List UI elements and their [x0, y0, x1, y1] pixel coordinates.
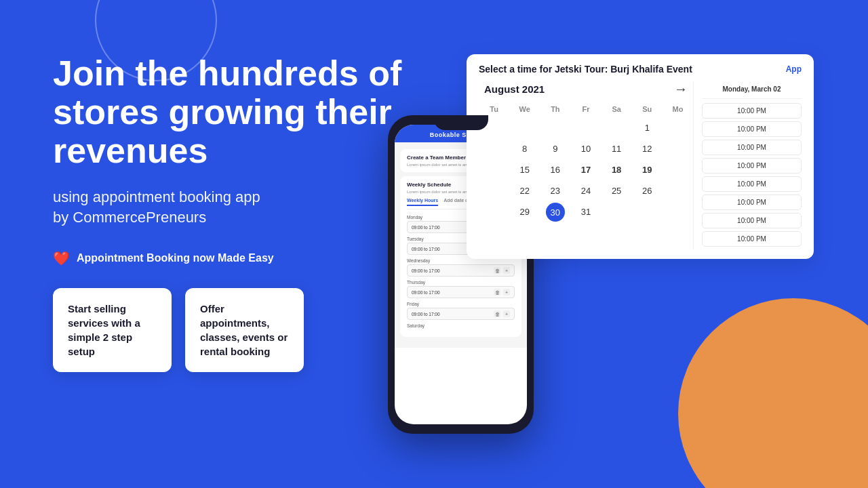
cal-day[interactable]: 25: [601, 182, 632, 200]
cal-day[interactable]: 15: [509, 161, 540, 179]
phone-notch: [434, 115, 488, 130]
cal-day[interactable]: 11: [601, 140, 632, 158]
time-slot-6[interactable]: 10:00 PM: [702, 195, 802, 210]
cal-day[interactable]: [540, 119, 570, 137]
feature-cards: Start selling services with a simple 2 s…: [53, 288, 412, 372]
calendar-next-arrow[interactable]: →: [674, 81, 688, 97]
cal-day[interactable]: [479, 140, 509, 158]
cal-day[interactable]: 10: [570, 140, 601, 158]
delete-icon[interactable]: 🗑: [494, 267, 500, 274]
booking-panel-body: August 2021 → Tu We Th Fr Sa Su Mo 1: [479, 81, 802, 249]
cal-day[interactable]: [601, 119, 632, 137]
left-panel: Join the hundreds of stores growing thei…: [53, 54, 412, 372]
cal-day-empty: [663, 203, 693, 222]
cal-day-31[interactable]: 31: [570, 203, 601, 222]
cal-day[interactable]: 16: [540, 161, 570, 179]
tab-weekly-hours[interactable]: Weekly Hours: [407, 198, 438, 206]
heart-icon: ❤️: [53, 250, 70, 266]
time-slot-5[interactable]: 10:00 PM: [702, 176, 802, 192]
cal-day[interactable]: 24: [570, 182, 601, 200]
cal-day-30-selected[interactable]: 30: [546, 203, 565, 222]
calendar-section: August 2021 → Tu We Th Fr Sa Su Mo 1: [479, 81, 693, 249]
delete-icon[interactable]: 🗑: [494, 289, 500, 296]
cal-day[interactable]: 9: [540, 140, 570, 158]
cal-day-18[interactable]: 18: [601, 161, 632, 179]
cal-day[interactable]: [663, 119, 693, 137]
add-icon[interactable]: +: [503, 289, 510, 296]
weekday-sa: Sa: [601, 102, 632, 116]
weekday-we: We: [509, 102, 540, 116]
cal-day[interactable]: [570, 119, 601, 137]
add-icon[interactable]: +: [503, 310, 510, 317]
badge-text: Appointment Booking now Made Easy: [77, 252, 274, 264]
calendar-weekdays: Tu We Th Fr Sa Su Mo: [479, 102, 693, 116]
subheadline: using appointment booking appby Commerce…: [53, 187, 412, 229]
feature-card-1: Start selling services with a simple 2 s…: [53, 288, 172, 372]
day-saturday: Saturday: [407, 323, 515, 328]
day-friday: Friday 09:00 to 17:00 🗑 +: [407, 302, 515, 320]
headline: Join the hundreds of stores growing thei…: [53, 54, 412, 171]
weekday-th: Th: [540, 102, 570, 116]
calendar-header: August 2021 →: [479, 81, 693, 102]
time-slot-1[interactable]: 10:00 PM: [702, 103, 802, 119]
calendar-days-grid: 1 8 9 10 11 12 15 16 17 18 19 2: [479, 119, 693, 222]
cal-day[interactable]: 23: [540, 182, 570, 200]
schedule-section-title: Weekly Schedule: [407, 182, 451, 188]
cal-day[interactable]: [663, 140, 693, 158]
weekday-mo: Mo: [663, 102, 693, 116]
cal-day[interactable]: 29: [509, 203, 540, 222]
time-slot-2[interactable]: 10:00 PM: [702, 121, 802, 137]
time-slot-8[interactable]: 10:00 PM: [702, 231, 802, 247]
app-label: App: [786, 64, 802, 74]
cal-day-empty: [601, 203, 632, 222]
cal-day[interactable]: [479, 161, 509, 179]
time-date-header: Monday, March 02: [702, 81, 802, 99]
cal-day[interactable]: 22: [509, 182, 540, 200]
badge-row: ❤️ Appointment Booking now Made Easy: [53, 250, 412, 266]
cal-day-19[interactable]: 19: [632, 161, 663, 179]
add-icon[interactable]: +: [503, 267, 510, 274]
calendar-month: August 2021: [484, 83, 545, 95]
day-thursday: Thursday 09:00 to 17:00 🗑 +: [407, 280, 515, 298]
cal-day[interactable]: [509, 119, 540, 137]
cal-day-17[interactable]: 17: [570, 161, 601, 179]
time-slot-3[interactable]: 10:00 PM: [702, 140, 802, 155]
cal-day[interactable]: [479, 182, 509, 200]
cal-day[interactable]: [663, 161, 693, 179]
cal-day[interactable]: [663, 182, 693, 200]
time-slot-7[interactable]: 10:00 PM: [702, 213, 802, 228]
time-picker-section: Monday, March 02 10:00 PM 10:00 PM 10:00…: [693, 81, 802, 249]
cal-day[interactable]: 26: [632, 182, 663, 200]
booking-panel: Select a time for Jetski Tour: Burj Khal…: [467, 54, 814, 259]
cal-day[interactable]: 12: [632, 140, 663, 158]
weekday-fr: Fr: [570, 102, 601, 116]
cal-day[interactable]: 1: [632, 119, 663, 137]
feature-card-2: Offer appointments, classes, events or r…: [185, 288, 304, 372]
weekday-tu: Tu: [479, 102, 509, 116]
cal-day-empty: [632, 203, 663, 222]
time-slot-4[interactable]: 10:00 PM: [702, 158, 802, 174]
weekday-su: Su: [632, 102, 663, 116]
team-section-title: Create a Team Member: [407, 155, 466, 161]
delete-icon[interactable]: 🗑: [494, 310, 500, 317]
day-wednesday: Wednesday 09:00 to 17:00 🗑 +: [407, 258, 515, 277]
booking-panel-header: Select a time for Jetski Tour: Burj Khal…: [479, 64, 802, 75]
cal-day[interactable]: 8: [509, 140, 540, 158]
booking-panel-title: Select a time for Jetski Tour: Burj Khal…: [479, 64, 692, 75]
cal-day[interactable]: [479, 203, 509, 222]
